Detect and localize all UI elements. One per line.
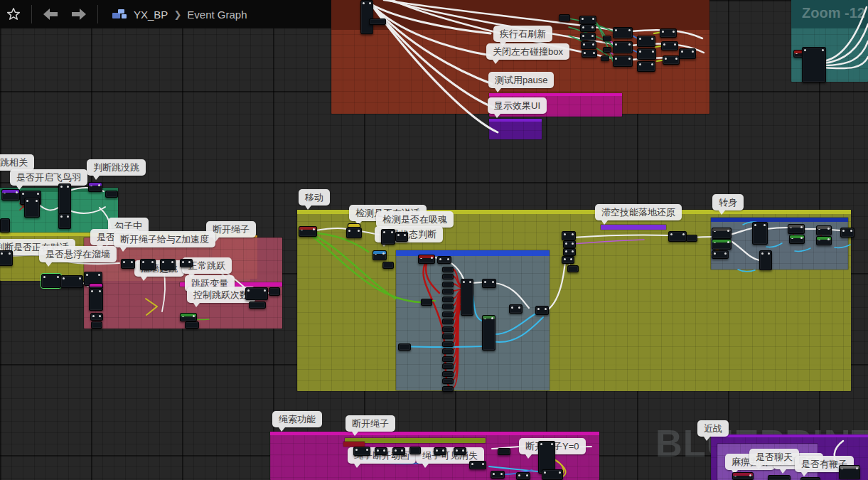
bp-node[interactable] (563, 248, 576, 256)
bp-node[interactable] (712, 239, 732, 250)
bp-node[interactable] (442, 378, 454, 384)
bp-node[interactable] (89, 288, 103, 311)
bp-node[interactable] (442, 348, 454, 354)
bp-node[interactable] (249, 302, 266, 309)
bp-node[interactable] (582, 50, 597, 58)
bp-node[interactable] (603, 36, 611, 41)
bp-node[interactable] (802, 47, 826, 82)
bp-node[interactable] (442, 319, 454, 324)
comment-bottom-purple-titlebar[interactable] (711, 434, 868, 437)
bp-node[interactable] (788, 224, 805, 234)
bp-node[interactable] (491, 471, 505, 479)
bp-node[interactable] (660, 28, 677, 38)
bp-node[interactable] (768, 475, 791, 480)
bp-node[interactable] (398, 343, 411, 351)
bp-node[interactable] (712, 228, 732, 239)
bp-node[interactable] (409, 447, 421, 454)
bp-node[interactable] (752, 222, 768, 245)
bp-node[interactable] (686, 235, 697, 242)
bp-node[interactable] (442, 304, 454, 309)
favorite-star-icon[interactable] (0, 6, 27, 22)
bp-node[interactable] (442, 267, 454, 272)
bp-node[interactable] (663, 55, 680, 65)
bp-node[interactable] (0, 218, 10, 233)
bp-node[interactable] (668, 231, 687, 242)
bp-node[interactable] (509, 304, 523, 314)
bp-node[interactable] (469, 461, 486, 469)
bp-node[interactable] (613, 27, 633, 38)
bp-node[interactable] (269, 287, 280, 296)
bp-node[interactable] (58, 183, 71, 215)
bp-node[interactable] (567, 265, 579, 272)
bp-node[interactable] (140, 259, 156, 270)
bp-node[interactable] (516, 472, 530, 480)
bp-node[interactable] (60, 275, 83, 288)
bp-node[interactable] (180, 313, 197, 321)
bp-node[interactable] (679, 48, 696, 59)
bp-node[interactable] (637, 61, 655, 72)
bp-node[interactable] (661, 41, 678, 50)
bp-node[interactable] (482, 279, 496, 288)
bp-node[interactable] (437, 256, 451, 264)
bp-node[interactable] (839, 465, 860, 479)
bp-node[interactable] (732, 472, 754, 480)
bp-node[interactable] (185, 321, 199, 329)
bp-node[interactable] (789, 235, 805, 244)
bp-node[interactable] (369, 18, 386, 25)
bp-node[interactable] (637, 36, 655, 47)
bp-node[interactable] (542, 469, 563, 480)
bp-node[interactable] (442, 386, 454, 392)
bp-node[interactable] (563, 240, 576, 248)
bp-node[interactable] (418, 255, 435, 264)
bp-node[interactable] (712, 250, 729, 259)
comment-red-bar-bottom[interactable] (343, 442, 365, 447)
comment-purple-small-titlebar[interactable] (489, 119, 542, 122)
bp-node[interactable] (759, 250, 772, 270)
comment-purple-small[interactable] (489, 119, 542, 139)
bp-node[interactable] (581, 41, 596, 49)
bp-node[interactable] (392, 447, 405, 455)
bp-node[interactable] (613, 41, 633, 53)
bp-node[interactable] (160, 259, 176, 270)
bp-node[interactable] (90, 313, 103, 321)
bp-node[interactable] (580, 33, 596, 41)
bp-node[interactable] (299, 226, 317, 237)
bp-node[interactable] (58, 213, 71, 229)
bp-node[interactable] (434, 447, 446, 455)
breadcrumb-asset-name[interactable]: YX_BP (134, 9, 168, 21)
bp-node[interactable] (346, 228, 362, 238)
bp-node[interactable] (442, 311, 454, 317)
bp-node[interactable] (41, 274, 61, 288)
bp-node[interactable] (381, 229, 395, 245)
forward-arrow-icon[interactable] (65, 8, 93, 21)
bp-node[interactable] (603, 47, 611, 53)
bp-node[interactable] (454, 447, 466, 455)
comment-right-blue-titlebar[interactable] (711, 218, 848, 222)
bp-node[interactable] (442, 363, 454, 369)
bp-node[interactable] (580, 24, 596, 32)
bp-node[interactable] (816, 236, 832, 245)
bp-node[interactable] (613, 55, 633, 67)
bp-node[interactable] (373, 250, 387, 260)
bp-node[interactable] (1, 189, 20, 201)
bp-node[interactable] (601, 55, 609, 61)
bp-node[interactable] (395, 232, 408, 242)
bp-node[interactable] (121, 259, 135, 269)
bp-node[interactable] (24, 198, 40, 218)
bp-node[interactable] (442, 282, 454, 287)
comment-mid-blue[interactable] (396, 250, 550, 390)
bp-node[interactable] (637, 48, 656, 60)
bp-node[interactable] (442, 341, 454, 347)
bp-node[interactable] (482, 315, 495, 351)
bp-node[interactable] (442, 289, 454, 294)
bp-node[interactable] (562, 256, 574, 264)
bp-node[interactable] (559, 14, 570, 21)
bp-node[interactable] (442, 274, 454, 279)
blueprint-event-graph[interactable]: BLUEPRINT 起跳相关判断跳没跳是否开启飞鸟羽勾子中断开绳子是否下蹲断开绳… (0, 0, 868, 480)
bp-node[interactable] (360, 0, 373, 34)
comment-pink-strip-top-titlebar[interactable] (489, 93, 622, 96)
bp-node[interactable] (105, 191, 118, 198)
bp-node[interactable] (88, 182, 102, 192)
bp-node[interactable] (442, 371, 454, 377)
bp-node[interactable] (91, 321, 102, 329)
